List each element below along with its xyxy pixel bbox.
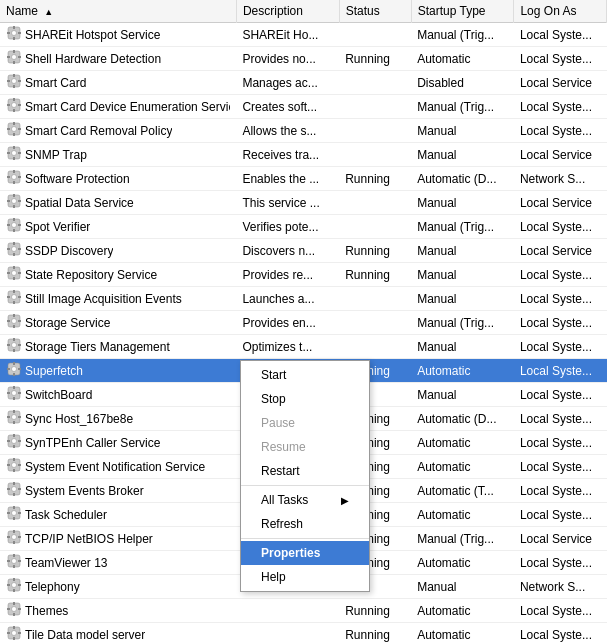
table-row[interactable]: Storage Tiers ManagementOptimizes t...Ma… (0, 335, 607, 359)
table-row[interactable]: ThemesRunningAutomaticLocal Syste... (0, 599, 607, 623)
svg-rect-117 (13, 493, 15, 496)
service-name-text: Storage Tiers Management (25, 340, 170, 354)
service-status-cell: Running (339, 623, 411, 644)
svg-rect-95 (18, 392, 21, 394)
svg-rect-23 (18, 104, 21, 106)
context-menu-item[interactable]: Properties (241, 541, 369, 565)
svg-rect-69 (13, 301, 15, 304)
context-menu-item[interactable]: Resume (241, 435, 369, 459)
context-menu-item[interactable]: Start (241, 363, 369, 387)
context-menu-item[interactable]: All Tasks▶ (241, 488, 369, 512)
svg-rect-125 (18, 512, 21, 514)
column-header-description[interactable]: Description (236, 0, 339, 23)
service-logon-cell: Local Syste... (514, 551, 607, 575)
table-row[interactable]: SHAREit Hotspot ServiceSHAREit Ho...Manu… (0, 23, 607, 47)
context-menu-item-label: Help (261, 570, 286, 584)
service-name-text: TeamViewer 13 (25, 556, 108, 570)
service-name-cell: Software Protection (0, 167, 230, 190)
svg-point-139 (12, 583, 17, 588)
svg-rect-82 (7, 344, 10, 346)
service-status-cell (339, 335, 411, 359)
svg-rect-143 (18, 584, 21, 586)
column-header-logon[interactable]: Log On As (514, 0, 607, 23)
service-startup-cell: Automatic (411, 551, 514, 575)
svg-rect-33 (13, 157, 15, 160)
service-name-text: SynTPEnh Caller Service (25, 436, 160, 450)
service-startup-cell: Automatic (411, 623, 514, 644)
svg-point-79 (12, 343, 17, 348)
service-startup-cell: Automatic (411, 359, 514, 383)
svg-rect-140 (13, 578, 15, 581)
service-description-cell: Provides re... (236, 263, 339, 287)
svg-rect-154 (7, 632, 10, 634)
svg-rect-99 (13, 421, 15, 424)
svg-rect-119 (18, 488, 21, 490)
svg-point-61 (12, 271, 17, 276)
table-row[interactable]: Storage ServiceProvides en...Manual (Tri… (0, 311, 607, 335)
service-name-cell: Superfetch (0, 359, 230, 382)
service-name-cell: Smart Card Device Enumeration Service (0, 95, 230, 118)
service-name-cell: SHAREit Hotspot Service (0, 23, 230, 46)
context-menu-item[interactable]: Refresh (241, 512, 369, 536)
service-icon (6, 49, 22, 68)
service-icon (6, 529, 22, 548)
table-row[interactable]: Smart CardManages ac...DisabledLocal Ser… (0, 71, 607, 95)
table-row[interactable]: Spot VerifierVerifies pote...Manual (Tri… (0, 215, 607, 239)
context-menu-item[interactable]: Restart (241, 459, 369, 483)
svg-rect-104 (13, 434, 15, 437)
service-icon (6, 193, 22, 212)
svg-rect-59 (18, 248, 21, 250)
service-startup-cell: Automatic (T... (411, 479, 514, 503)
svg-point-121 (12, 511, 17, 516)
svg-point-67 (12, 295, 17, 300)
svg-rect-146 (13, 602, 15, 605)
context-menu-item[interactable]: Help (241, 565, 369, 589)
table-row[interactable]: Smart Card Device Enumeration ServiceCre… (0, 95, 607, 119)
service-description-cell: Discovers n... (236, 239, 339, 263)
service-name-text: Themes (25, 604, 68, 618)
table-row[interactable]: Shell Hardware DetectionProvides no...Ru… (0, 47, 607, 71)
table-row[interactable]: State Repository ServiceProvides re...Ru… (0, 263, 607, 287)
svg-rect-26 (13, 122, 15, 125)
service-icon (6, 577, 22, 596)
service-name-text: SwitchBoard (25, 388, 92, 402)
table-row[interactable]: Still Image Acquisition EventsLaunches a… (0, 287, 607, 311)
svg-rect-57 (13, 253, 15, 256)
service-name-text: Spatial Data Service (25, 196, 134, 210)
svg-rect-50 (13, 218, 15, 221)
service-logon-cell: Local Service (514, 191, 607, 215)
svg-point-37 (12, 175, 17, 180)
table-row[interactable]: Spatial Data ServiceThis service ...Manu… (0, 191, 607, 215)
column-header-name[interactable]: Name ▲ (0, 0, 236, 23)
table-row[interactable]: Software ProtectionEnables the ...Runnin… (0, 167, 607, 191)
service-logon-cell: Local Syste... (514, 503, 607, 527)
context-menu-item[interactable]: Stop (241, 387, 369, 411)
svg-rect-76 (7, 320, 10, 322)
svg-rect-28 (7, 128, 10, 130)
service-status-cell: Running (339, 47, 411, 71)
service-name-text: Storage Service (25, 316, 110, 330)
service-icon (6, 145, 22, 164)
table-row[interactable]: SNMP TrapReceives tra...ManualLocal Serv… (0, 143, 607, 167)
context-menu-item-label: Properties (261, 546, 320, 560)
svg-rect-152 (13, 626, 15, 629)
svg-point-73 (12, 319, 17, 324)
service-logon-cell: Local Syste... (514, 23, 607, 47)
svg-rect-122 (13, 506, 15, 509)
svg-rect-64 (7, 272, 10, 274)
column-header-startup[interactable]: Startup Type (411, 0, 514, 23)
table-row[interactable]: SSDP DiscoveryDiscovers n...RunningManua… (0, 239, 607, 263)
svg-point-1 (12, 31, 17, 36)
service-description-cell: Manages ac... (236, 71, 339, 95)
service-name-text: Sync Host_167be8e (25, 412, 133, 426)
service-icon (6, 361, 22, 380)
service-description-cell: Enables the ... (236, 167, 339, 191)
table-row[interactable]: Tile Data model serverRunningAutomaticLo… (0, 623, 607, 644)
context-menu-item[interactable]: Pause (241, 411, 369, 435)
service-startup-cell: Manual (Trig... (411, 527, 514, 551)
table-row[interactable]: Smart Card Removal PolicyAllows the s...… (0, 119, 607, 143)
svg-rect-40 (7, 176, 10, 178)
column-header-status[interactable]: Status (339, 0, 411, 23)
svg-rect-56 (13, 242, 15, 245)
service-logon-cell: Local Syste... (514, 479, 607, 503)
